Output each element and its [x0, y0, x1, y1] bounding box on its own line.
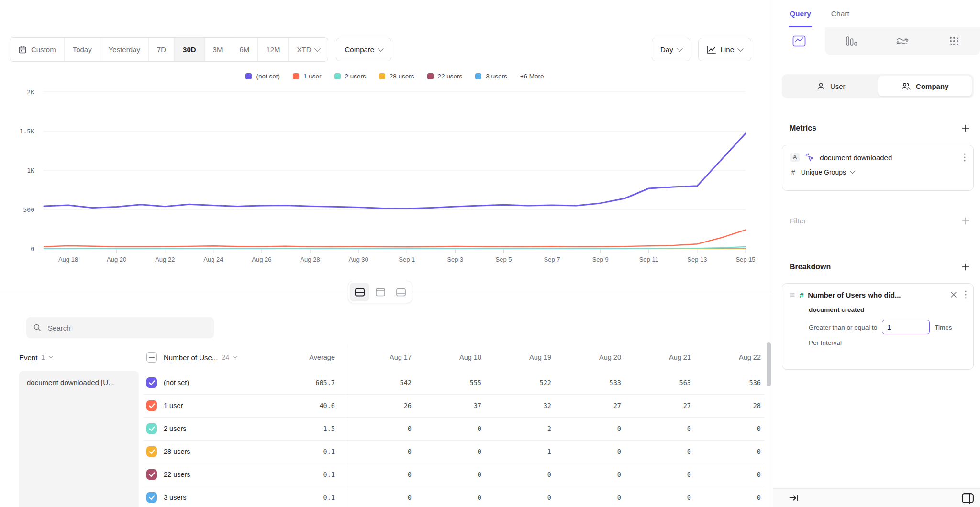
charttype-bar-chart-icon[interactable]	[825, 27, 877, 55]
svg-text:Aug 20: Aug 20	[107, 256, 126, 263]
view-toggle-chart-only[interactable]	[370, 283, 390, 301]
average-column-header: Average	[268, 345, 335, 369]
tab-chart[interactable]: Chart	[831, 0, 849, 27]
line-chart[interactable]: 05001K1.5K2KAug 18Aug 20Aug 22Aug 24Aug …	[0, 85, 773, 267]
chart-type-button[interactable]: Line	[698, 38, 751, 61]
audience-option-company[interactable]: Company	[878, 76, 972, 96]
legend-item[interactable]: 3 users	[475, 73, 507, 80]
table-body: (not set)605.75425555225335635361 user40…	[0, 371, 765, 507]
add-filter-button[interactable]	[961, 216, 970, 226]
cell-value: 0	[696, 417, 761, 440]
add-metric-button[interactable]	[961, 123, 970, 133]
table-row: 28 users0.1001000	[0, 440, 765, 463]
row-checkbox[interactable]	[146, 400, 157, 411]
svg-text:500: 500	[23, 206, 34, 213]
svg-text:Aug 28: Aug 28	[300, 256, 320, 263]
date-range-6m[interactable]: 6M	[231, 38, 258, 61]
svg-text:Aug 26: Aug 26	[252, 256, 271, 263]
compare-button[interactable]: Compare	[336, 38, 391, 61]
date-range-3m[interactable]: 3M	[205, 38, 232, 61]
series-label: 2 users	[164, 417, 187, 440]
row-checkbox[interactable]	[146, 423, 157, 434]
cell-value: 0	[346, 486, 412, 507]
view-toggle-table-only[interactable]	[391, 283, 411, 301]
tab-query[interactable]: Query	[790, 0, 811, 27]
query-sidebar: Query Chart User Company Metrics	[773, 0, 980, 507]
measure-hash: #	[791, 168, 795, 176]
cell-value: 0	[416, 440, 481, 463]
svg-text:Sep 13: Sep 13	[687, 256, 707, 263]
cell-value: 563	[626, 371, 691, 394]
times-value-input[interactable]	[882, 320, 930, 334]
row-checkbox[interactable]	[146, 446, 157, 457]
cell-value: 1	[486, 440, 551, 463]
charttype-flow-icon[interactable]	[877, 27, 928, 55]
chart-type-tabs	[773, 27, 980, 55]
metric-badge: A	[790, 153, 800, 162]
legend-swatch	[334, 73, 341, 79]
audience-option-user[interactable]: User	[784, 76, 878, 96]
metric-card[interactable]: A document downloaded # Unique Groups	[782, 145, 974, 191]
metric-event-name[interactable]: document downloaded	[820, 154, 958, 162]
svg-text:Aug 22: Aug 22	[155, 256, 175, 263]
event-column-header[interactable]: Event 1	[19, 345, 53, 369]
view-toggle-split[interactable]	[350, 283, 369, 301]
row-checkbox[interactable]	[146, 377, 157, 388]
series-label: (not set)	[164, 371, 189, 394]
breakdown-card[interactable]: # Number of Users who did... document cr…	[782, 283, 974, 370]
chevron-down-icon	[233, 353, 237, 358]
interval-button[interactable]: Day	[652, 38, 690, 61]
select-all-checkbox[interactable]	[146, 345, 157, 369]
chart-toolbar: CustomTodayYesterday7D30D3M6M12MXTD Comp…	[10, 37, 751, 62]
date-range-group: CustomTodayYesterday7D30D3M6M12MXTD	[10, 37, 328, 62]
cell-value: 0	[626, 440, 691, 463]
panel-layout-icon[interactable]	[961, 492, 974, 504]
vertical-scrollbar[interactable]	[767, 342, 771, 386]
charttype-dot-grid-icon[interactable]	[928, 27, 980, 55]
chart-legend: (not set)1 user2 users28 users22 users3 …	[43, 73, 746, 80]
legend-item[interactable]: 1 user	[293, 73, 322, 80]
row-checkbox[interactable]	[146, 469, 157, 480]
svg-text:1.5K: 1.5K	[20, 128, 34, 135]
cell-value: 0	[626, 417, 691, 440]
cell-value: 542	[346, 371, 412, 394]
series-label: 28 users	[164, 440, 190, 463]
date-range-30d[interactable]: 30D	[175, 38, 205, 61]
date-range-12m[interactable]: 12M	[258, 38, 289, 61]
chevron-down-icon	[315, 45, 321, 52]
date-column-header: Aug 17	[346, 345, 412, 369]
kebab-menu-icon[interactable]	[964, 153, 966, 162]
event-click-icon	[805, 153, 814, 162]
table-row: 1 user40.6263732272728	[0, 394, 765, 417]
legend-item[interactable]: 28 users	[379, 73, 414, 80]
measure-selector[interactable]: Unique Groups	[801, 168, 855, 176]
search-input[interactable]	[47, 323, 207, 332]
legend-item[interactable]: (not set)	[245, 73, 280, 80]
cell-value: 555	[416, 371, 481, 394]
collapse-panel-icon[interactable]	[789, 494, 799, 502]
drag-handle-icon[interactable]	[789, 292, 795, 298]
breakdown-column-header[interactable]: Number of Use... 24	[164, 345, 237, 369]
legend-more-button[interactable]: +6 More	[520, 73, 544, 80]
close-icon[interactable]	[950, 291, 958, 298]
date-column-header: Aug 19	[486, 345, 551, 369]
add-breakdown-button[interactable]	[961, 262, 970, 272]
legend-item[interactable]: 2 users	[334, 73, 366, 80]
line-chart-icon	[707, 45, 716, 54]
kebab-menu-icon[interactable]	[965, 290, 967, 299]
average-value: 0.1	[268, 440, 335, 463]
row-checkbox[interactable]	[146, 492, 157, 503]
cell-value: 0	[556, 440, 621, 463]
date-range-7d[interactable]: 7D	[149, 38, 175, 61]
date-range-today[interactable]: Today	[65, 38, 100, 61]
cell-value: 28	[696, 394, 761, 417]
date-range-xtd[interactable]: XTD	[289, 38, 328, 61]
main-panel: CustomTodayYesterday7D30D3M6M12MXTD Comp…	[0, 0, 773, 507]
cell-value: 0	[416, 417, 481, 440]
cell-value: 0	[626, 463, 691, 486]
date-range-yesterday[interactable]: Yesterday	[100, 38, 149, 61]
charttype-line-chart-icon[interactable]	[773, 27, 825, 55]
legend-item[interactable]: 22 users	[427, 73, 463, 80]
search-box	[26, 317, 214, 338]
date-range-custom[interactable]: Custom	[10, 38, 65, 61]
